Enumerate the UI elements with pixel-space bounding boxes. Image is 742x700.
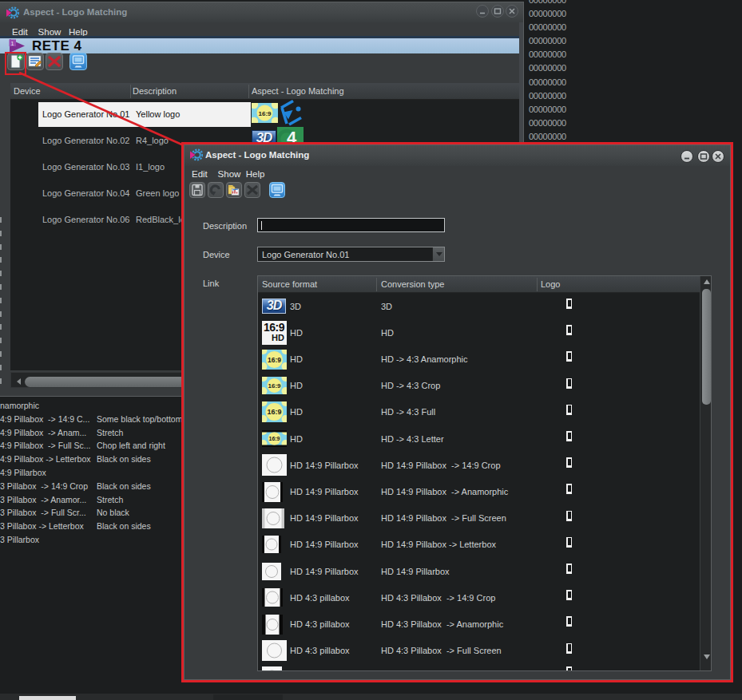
svg-text:16:9: 16:9 <box>258 110 272 117</box>
svg-text:16:9: 16:9 <box>268 382 281 390</box>
svg-text:16:9: 16:9 <box>268 436 280 441</box>
svg-text:16:9: 16:9 <box>268 355 281 363</box>
svg-text:16:9: 16:9 <box>267 409 281 417</box>
svg-text:1: 1 <box>11 41 14 46</box>
